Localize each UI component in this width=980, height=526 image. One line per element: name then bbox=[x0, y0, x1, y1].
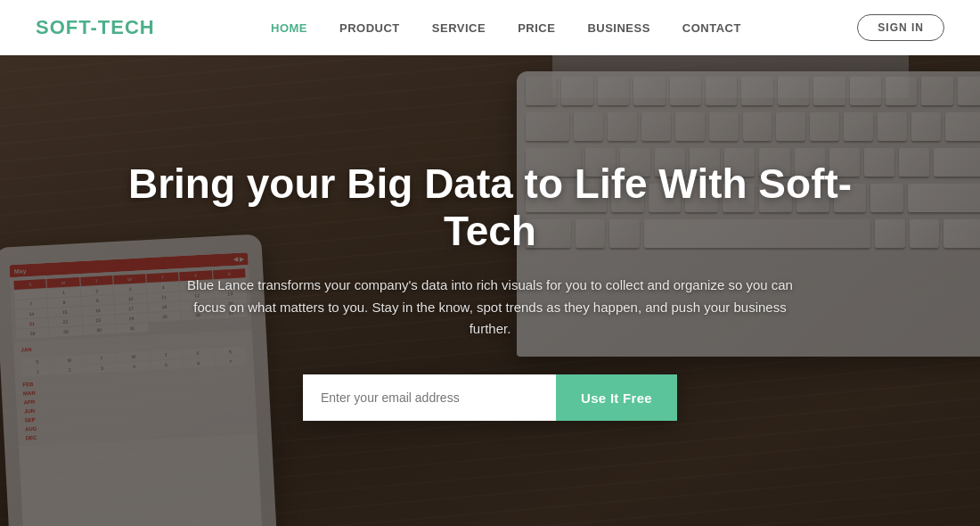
hero-content: Bring your Big Data to Life With Soft-Te… bbox=[0, 55, 980, 526]
nav-link-contact[interactable]: CONTACT bbox=[682, 21, 741, 35]
logo-prefix: SOFT- bbox=[36, 16, 98, 38]
nav-item-price[interactable]: PRICE bbox=[518, 20, 555, 36]
hero-title: Bring your Big Data to Life With Soft-Te… bbox=[107, 160, 873, 255]
navbar: SOFT-TECH HOME PRODUCT SERVICE PRICE BUS… bbox=[0, 0, 980, 55]
nav-item-business[interactable]: BUSINESS bbox=[587, 20, 649, 36]
nav-item-service[interactable]: SERVICE bbox=[432, 20, 486, 36]
logo-suffix: TECH bbox=[98, 16, 155, 38]
logo: SOFT-TECH bbox=[36, 16, 155, 39]
nav-link-price[interactable]: PRICE bbox=[518, 21, 555, 35]
nav-link-service[interactable]: SERVICE bbox=[432, 21, 486, 35]
hero-subtitle: Blue Lance transforms your company's dat… bbox=[187, 275, 793, 341]
email-input[interactable] bbox=[303, 374, 556, 421]
signin-button[interactable]: SIGN IN bbox=[857, 14, 944, 41]
nav-links: HOME PRODUCT SERVICE PRICE BUSINESS CONT… bbox=[271, 20, 741, 36]
nav-link-product[interactable]: PRODUCT bbox=[339, 21, 400, 35]
cta-row: Use It Free bbox=[303, 374, 677, 421]
nav-item-product[interactable]: PRODUCT bbox=[339, 20, 400, 36]
nav-item-home[interactable]: HOME bbox=[271, 20, 307, 36]
nav-item-contact[interactable]: CONTACT bbox=[682, 20, 741, 36]
use-it-free-button[interactable]: Use It Free bbox=[556, 374, 677, 421]
nav-link-home[interactable]: HOME bbox=[271, 21, 307, 35]
nav-link-business[interactable]: BUSINESS bbox=[587, 21, 649, 35]
